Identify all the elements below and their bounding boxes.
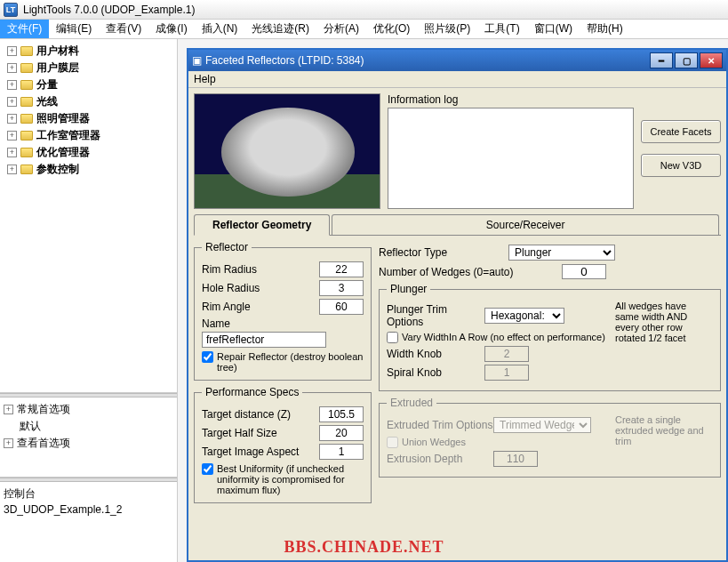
menubar: 文件(F) 编辑(E) 查看(V) 成像(I) 插入(N) 光线追迹(R) 分析… — [0, 20, 728, 39]
target-half-input[interactable] — [319, 425, 364, 441]
plunger-trim-label: Plunger Trim Options — [387, 303, 484, 328]
tree-pane[interactable]: +用户材料 +用户膜层 +分量 +光线 +照明管理器 +工作室管理器 +优化管理… — [0, 39, 177, 393]
tree-label: 光线 — [36, 94, 58, 109]
rim-angle-label: Rim Angle — [202, 301, 319, 313]
tree-item[interactable]: +工作室管理器 — [4, 127, 173, 144]
menu-view[interactable]: 查看(V) — [99, 20, 148, 38]
expand-icon[interactable]: + — [7, 165, 17, 174]
minimize-button[interactable]: ━ — [650, 52, 673, 68]
option-label: 查看首选项 — [17, 436, 70, 451]
reflector-legend: Reflector — [202, 241, 252, 253]
expand-icon[interactable]: + — [7, 148, 17, 157]
menu-analysis[interactable]: 分析(A) — [316, 20, 366, 38]
expand-icon[interactable]: + — [7, 63, 17, 73]
expand-icon[interactable]: + — [7, 46, 17, 56]
close-button[interactable]: ✕ — [700, 52, 723, 68]
folder-icon — [20, 114, 33, 124]
union-wedges-label: Union Wedges — [402, 437, 466, 447]
extrusion-depth-label: Extrusion Depth — [387, 453, 493, 465]
expand-icon[interactable]: + — [7, 131, 17, 140]
child-menubar: Help — [188, 71, 726, 88]
console-item[interactable]: 3D_UDOP_Example.1_2 — [4, 502, 173, 517]
rim-radius-input[interactable] — [319, 261, 364, 277]
width-knob-input — [484, 346, 529, 362]
width-knob-label: Width Knob — [387, 348, 484, 360]
menu-photo[interactable]: 照片级(P) — [417, 20, 477, 38]
perf-legend: Performance Specs — [202, 386, 302, 398]
child-menu-help[interactable]: Help — [194, 73, 216, 85]
menu-image[interactable]: 成像(I) — [148, 20, 194, 38]
union-wedges-checkbox — [387, 437, 398, 448]
rim-angle-input[interactable] — [319, 299, 364, 315]
tree-label: 参数控制 — [36, 162, 79, 177]
extruded-trim-select: Trimmed Wedge — [493, 417, 591, 433]
menu-edit[interactable]: 编辑(E) — [49, 20, 99, 38]
menu-raytrace[interactable]: 光线追迹(R) — [244, 20, 316, 38]
menu-window[interactable]: 窗口(W) — [527, 20, 580, 38]
spiral-knob-input — [484, 365, 529, 381]
new-v3d-button[interactable]: New V3D — [641, 154, 721, 177]
console-item[interactable]: 控制台 — [4, 486, 173, 502]
num-wedges-label: Number of Wedges (0=auto) — [379, 266, 556, 278]
folder-icon — [20, 165, 33, 174]
expand-icon[interactable]: + — [7, 80, 17, 90]
expand-icon[interactable]: + — [7, 97, 17, 107]
tab-source-receiver[interactable]: Source/Receiver — [332, 214, 719, 235]
main-titlebar: LT LightTools 7.0.0 (UDOP_Example.1) — [0, 0, 728, 20]
menu-file[interactable]: 文件(F) — [0, 20, 49, 38]
maximize-button[interactable]: ▢ — [675, 52, 698, 68]
info-log-label: Information log — [388, 93, 634, 106]
child-titlebar[interactable]: ▣ Faceted Reflectors (LTPID: 5384) ━ ▢ ✕ — [188, 50, 726, 71]
tree-label: 分量 — [36, 77, 58, 92]
watermark: BBS.CHINADE.NET — [284, 538, 444, 557]
plunger-trim-select[interactable]: Hexagonal: — [484, 308, 564, 324]
expand-icon[interactable]: + — [4, 405, 13, 414]
extrusion-depth-input — [493, 451, 538, 467]
tree-item[interactable]: +用户材料 — [4, 43, 173, 60]
plunger-legend: Plunger — [387, 283, 430, 295]
folder-icon — [20, 80, 33, 90]
console-pane[interactable]: 控制台 3D_UDOP_Example.1_2 — [0, 482, 177, 562]
tree-label: 工作室管理器 — [36, 128, 100, 143]
folder-icon — [20, 148, 33, 157]
option-item[interactable]: 默认 — [4, 418, 173, 435]
name-label: Name — [202, 317, 230, 330]
name-input[interactable] — [202, 332, 326, 348]
option-label: 常规首选项 — [17, 402, 70, 417]
vary-width-checkbox[interactable] — [387, 332, 398, 343]
reflector-type-select[interactable]: Plunger — [508, 245, 615, 261]
option-item[interactable]: +查看首选项 — [4, 435, 173, 452]
tree-item[interactable]: +用户膜层 — [4, 60, 173, 76]
tree-item[interactable]: +优化管理器 — [4, 144, 173, 161]
tab-reflector-geometry[interactable]: Reflector Geometry — [194, 214, 330, 236]
tabs: Reflector Geometry Source/Receiver — [194, 214, 721, 236]
app-icon: LT — [4, 3, 18, 17]
tree-item[interactable]: +参数控制 — [4, 161, 173, 178]
hole-radius-label: Hole Radius — [202, 282, 319, 294]
plunger-group: Plunger Plunger Trim OptionsHexagonal: V… — [379, 283, 721, 391]
option-item[interactable]: +常规首选项 — [4, 401, 173, 418]
child-title: Faceted Reflectors (LTPID: 5384) — [205, 54, 648, 67]
content-area: ▣ Faceted Reflectors (LTPID: 5384) ━ ▢ ✕… — [178, 39, 728, 562]
menu-help[interactable]: 帮助(H) — [580, 20, 630, 38]
options-pane[interactable]: +常规首选项 默认 +查看首选项 — [0, 397, 177, 478]
target-dist-input[interactable] — [319, 406, 364, 422]
tree-item[interactable]: +照明管理器 — [4, 110, 173, 127]
best-uniformity-checkbox[interactable] — [202, 463, 213, 475]
menu-tools[interactable]: 工具(T) — [477, 20, 526, 38]
menu-insert[interactable]: 插入(N) — [195, 20, 245, 38]
tree-item[interactable]: +分量 — [4, 76, 173, 93]
repair-checkbox[interactable] — [202, 351, 213, 363]
target-aspect-input[interactable] — [319, 444, 364, 460]
info-log[interactable] — [388, 108, 634, 209]
tree-item[interactable]: +光线 — [4, 93, 173, 110]
menu-optimize[interactable]: 优化(O) — [366, 20, 417, 38]
hole-radius-input[interactable] — [319, 280, 364, 296]
expand-icon[interactable]: + — [4, 438, 13, 448]
option-label: 默认 — [20, 419, 41, 434]
tree-label: 用户膜层 — [36, 60, 79, 76]
create-facets-button[interactable]: Create Facets — [641, 120, 721, 143]
extruded-note: Create a single extruded wedge and trim — [615, 414, 713, 446]
expand-icon[interactable]: + — [7, 114, 17, 124]
num-wedges-input[interactable] — [562, 264, 606, 279]
